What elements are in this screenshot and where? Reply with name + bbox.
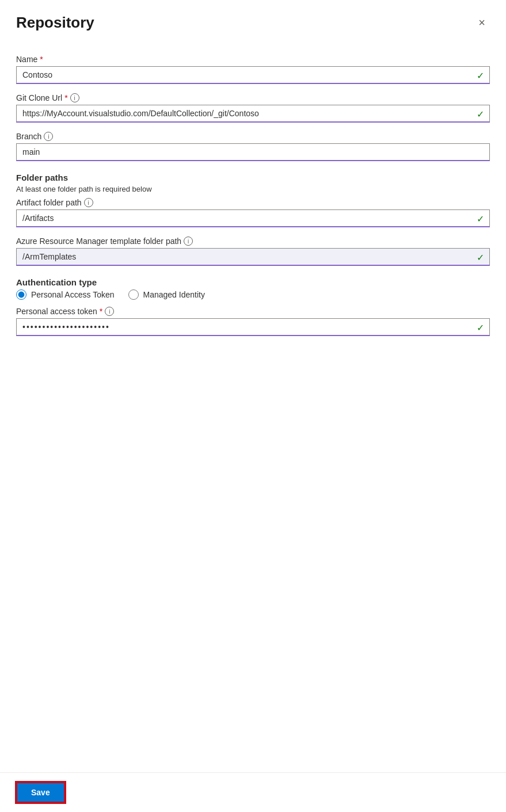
- arm-template-checkmark-icon: ✓: [477, 251, 484, 262]
- arm-template-info-icon[interactable]: i: [184, 237, 193, 246]
- folder-paths-subtitle: At least one folder path is required bel…: [16, 185, 490, 193]
- pat-info-icon[interactable]: i: [105, 307, 114, 316]
- arm-template-input-wrapper: ✓: [16, 248, 490, 266]
- name-label: Name *: [16, 55, 490, 64]
- pat-label: Personal access token * i: [16, 307, 490, 316]
- auth-pat-radio[interactable]: [16, 289, 26, 300]
- artifact-folder-checkmark-icon: ✓: [477, 213, 484, 224]
- artifact-folder-input-wrapper: ✓: [16, 209, 490, 227]
- name-checkmark-icon: ✓: [477, 70, 484, 81]
- git-clone-url-label: Git Clone Url * i: [16, 93, 490, 102]
- arm-template-input[interactable]: [16, 248, 490, 266]
- branch-info-icon[interactable]: i: [44, 132, 53, 141]
- git-clone-url-group: Git Clone Url * i ✓: [16, 93, 490, 123]
- folder-paths-section: Folder paths At least one folder path is…: [16, 173, 490, 266]
- branch-input[interactable]: [16, 143, 490, 161]
- git-clone-url-required-star: *: [64, 93, 67, 102]
- panel-body: Name * ✓ Git Clone Url * i ✓ Branch: [0, 41, 506, 812]
- save-button[interactable]: Save: [16, 782, 65, 803]
- branch-input-wrapper: [16, 143, 490, 161]
- arm-template-group: Azure Resource Manager template folder p…: [16, 237, 490, 266]
- auth-managed-option[interactable]: Managed Identity: [128, 289, 205, 300]
- artifact-folder-group: Artifact folder path i ✓: [16, 198, 490, 227]
- git-clone-url-input[interactable]: [16, 105, 490, 123]
- pat-checkmark-icon: ✓: [477, 322, 484, 333]
- panel-footer: Save: [0, 772, 506, 812]
- branch-group: Branch i: [16, 132, 490, 161]
- auth-managed-radio[interactable]: [128, 289, 139, 300]
- auth-type-title: Authentication type: [16, 277, 490, 287]
- auth-radio-group: Personal Access Token Managed Identity: [16, 289, 490, 300]
- artifact-folder-input[interactable]: [16, 209, 490, 227]
- folder-paths-title: Folder paths: [16, 173, 490, 182]
- pat-input-wrapper: ✓: [16, 318, 490, 336]
- panel-title: Repository: [16, 14, 94, 32]
- name-input-wrapper: ✓: [16, 66, 490, 84]
- git-clone-url-checkmark-icon: ✓: [477, 108, 484, 119]
- artifact-folder-info-icon[interactable]: i: [84, 198, 93, 207]
- auth-pat-label: Personal Access Token: [31, 290, 115, 299]
- auth-pat-option[interactable]: Personal Access Token: [16, 289, 115, 300]
- panel-header: Repository ×: [0, 0, 506, 41]
- close-button[interactable]: ×: [474, 14, 490, 32]
- arm-template-label: Azure Resource Manager template folder p…: [16, 237, 490, 246]
- git-clone-url-info-icon[interactable]: i: [70, 93, 79, 102]
- auth-section: Authentication type Personal Access Toke…: [16, 277, 490, 336]
- pat-input[interactable]: [16, 318, 490, 336]
- git-clone-url-input-wrapper: ✓: [16, 105, 490, 123]
- branch-label: Branch i: [16, 132, 490, 141]
- pat-required-star: *: [100, 307, 102, 316]
- name-group: Name * ✓: [16, 55, 490, 84]
- artifact-folder-label: Artifact folder path i: [16, 198, 490, 207]
- pat-group: Personal access token * i ✓: [16, 307, 490, 336]
- name-input[interactable]: [16, 66, 490, 84]
- auth-managed-label: Managed Identity: [143, 290, 205, 299]
- name-required-star: *: [40, 55, 43, 64]
- repository-panel: Repository × Name * ✓ Git Clone Url * i: [0, 0, 506, 812]
